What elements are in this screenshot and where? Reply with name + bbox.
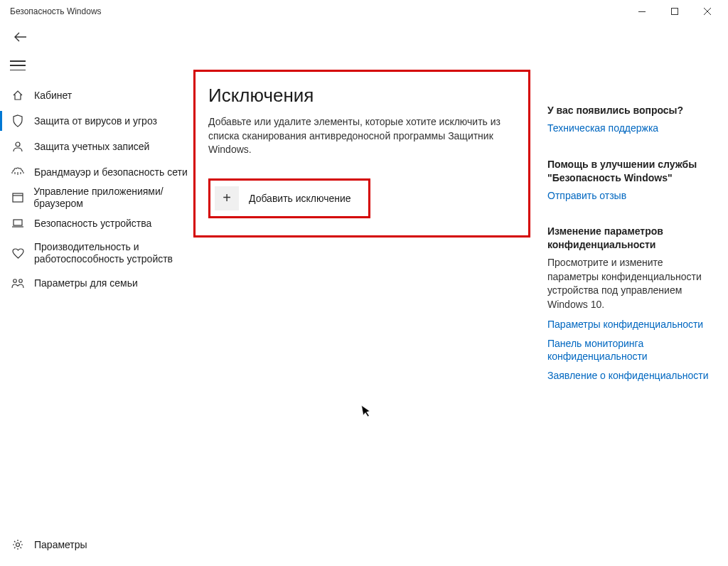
sidebar-item-home[interactable]: Кабинет	[0, 82, 206, 108]
privacy-section: Изменение параметров конфиденциальности …	[547, 225, 711, 383]
device-icon	[10, 218, 26, 228]
close-button[interactable]	[691, 0, 724, 23]
sidebar-item-label: Кабинет	[34, 90, 72, 102]
family-icon	[10, 278, 26, 289]
sidebar-item-label: Производительность и работоспособность у…	[34, 241, 176, 265]
top-nav	[0, 23, 728, 51]
hamburger-icon[interactable]	[10, 60, 26, 70]
sidebar-item-firewall[interactable]: Брандмауэр и безопасность сети	[0, 159, 206, 185]
sidebar-item-virus[interactable]: Защита от вирусов и угроз	[0, 108, 206, 134]
sidebar-item-label: Брандмауэр и безопасность сети	[34, 166, 188, 178]
right-column: У вас появились вопросы? Техническая под…	[547, 82, 711, 542]
sidebar-item-label: Параметры для семьи	[34, 277, 138, 289]
sidebar: Кабинет Защита от вирусов и угроз Защита…	[0, 82, 206, 542]
sidebar-item-label: Защита от вирусов и угроз	[34, 115, 157, 127]
svg-point-7	[14, 279, 17, 282]
svg-rect-3	[13, 193, 23, 202]
maximize-button[interactable]	[658, 0, 691, 23]
privacy-settings-link[interactable]: Параметры конфиденциальности	[547, 318, 711, 331]
add-exclusion-button[interactable]: + Добавить исключение	[208, 178, 370, 218]
add-exclusion-label: Добавить исключение	[249, 193, 351, 204]
window-title: Безопасность Windows	[10, 6, 626, 16]
help-section: У вас появились вопросы? Техническая под…	[547, 104, 711, 135]
sidebar-item-label: Безопасность устройства	[34, 218, 151, 230]
health-icon	[10, 248, 26, 259]
appcontrol-icon	[10, 193, 25, 203]
svg-rect-1	[672, 9, 678, 15]
svg-point-9	[16, 543, 20, 547]
feedback-section: Помощь в улучшении службы "Безопасность …	[547, 158, 711, 203]
home-icon	[10, 90, 26, 101]
svg-rect-5	[14, 220, 22, 225]
shield-icon	[10, 114, 26, 127]
svg-point-2	[16, 142, 20, 146]
sidebar-item-label: Управление приложениями/браузером	[33, 186, 206, 210]
feedback-link[interactable]: Отправить отзыв	[547, 189, 711, 203]
sidebar-item-settings[interactable]: Параметры	[0, 530, 206, 559]
gear-icon	[10, 539, 26, 550]
privacy-statement-link[interactable]: Заявление о конфиденциальности	[547, 369, 711, 383]
privacy-dashboard-link[interactable]: Панель мониторинга конфиденциальности	[547, 337, 711, 364]
privacy-title: Изменение параметров конфиденциальности	[547, 225, 711, 252]
svg-point-8	[19, 279, 23, 282]
feedback-title: Помощь в улучшении службы "Безопасность …	[547, 158, 711, 185]
firewall-icon	[10, 167, 26, 177]
plus-icon: +	[215, 186, 239, 210]
sidebar-item-appcontrol[interactable]: Управление приложениями/браузером	[0, 185, 206, 210]
help-title: У вас появились вопросы?	[547, 104, 711, 117]
sidebar-item-performance[interactable]: Производительность и работоспособность у…	[0, 236, 206, 270]
page-title: Исключения	[208, 85, 514, 107]
privacy-description: Просмотрите и измените параметры конфиде…	[547, 256, 711, 311]
account-icon	[10, 141, 26, 152]
title-bar: Безопасность Windows	[0, 0, 728, 23]
page-description: Добавьте или удалите элементы, которые х…	[208, 115, 514, 157]
sidebar-item-label: Защита учетных записей	[34, 141, 149, 153]
sidebar-item-account[interactable]: Защита учетных записей	[0, 134, 206, 159]
content: Исключения Добавьте или удалите элементы…	[206, 82, 728, 542]
sidebar-item-family[interactable]: Параметры для семьи	[0, 270, 206, 296]
back-button[interactable]	[10, 26, 31, 48]
settings-label: Параметры	[34, 539, 87, 550]
minimize-button[interactable]	[626, 0, 658, 23]
highlighted-section: Исключения Добавьте или удалите элементы…	[193, 70, 530, 237]
sidebar-item-devicesecurity[interactable]: Безопасность устройства	[0, 210, 206, 236]
main-column: Исключения Добавьте или удалите элементы…	[206, 82, 530, 542]
svg-rect-0	[638, 11, 646, 12]
support-link[interactable]: Техническая поддержка	[547, 122, 711, 135]
window-controls	[626, 0, 724, 23]
